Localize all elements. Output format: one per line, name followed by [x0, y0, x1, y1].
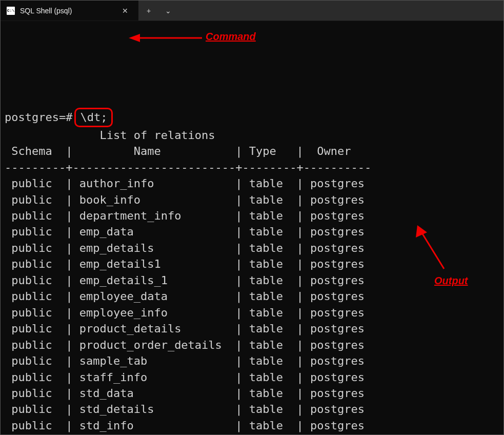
- command-highlight-box: \dt;: [74, 108, 113, 127]
- new-tab-button[interactable]: +: [139, 1, 158, 21]
- prompt-line: postgres=# \dt;: [5, 108, 499, 127]
- command-text: \dt;: [80, 111, 107, 124]
- close-tab-button[interactable]: ✕: [119, 6, 131, 16]
- tabbar-buttons: + ⌄: [139, 1, 178, 21]
- prompt-text: postgres=#: [5, 109, 72, 125]
- annotation-command-label: Command: [206, 29, 256, 44]
- terminal-icon: C:\: [7, 7, 15, 15]
- tab-title: SQL Shell (psql): [20, 7, 114, 15]
- tab-dropdown-button[interactable]: ⌄: [158, 1, 178, 21]
- terminal-tab[interactable]: C:\ SQL Shell (psql) ✕: [1, 1, 139, 21]
- relations-output: List of relations Schema | Name | Type |…: [5, 127, 499, 434]
- terminal-body[interactable]: Command Output postgres=# \dt; List of r…: [1, 21, 503, 434]
- title-bar: C:\ SQL Shell (psql) ✕ + ⌄: [1, 1, 503, 21]
- arrow-command-icon: [129, 34, 202, 42]
- svg-marker-1: [129, 34, 140, 42]
